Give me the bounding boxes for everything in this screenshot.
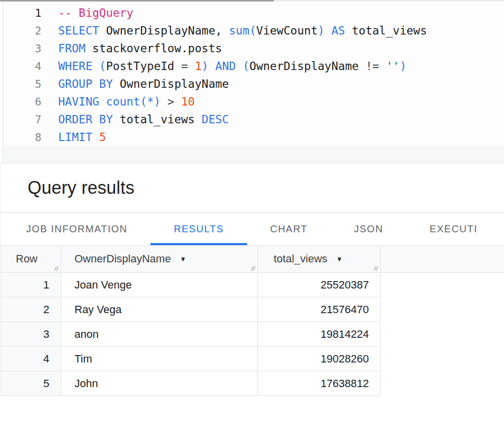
code-line[interactable]: 4WHERE (PostTypeId = 1) AND (OwnerDispla… <box>3 57 504 75</box>
line-number: 7 <box>3 113 41 126</box>
code-token: PostTypeId <box>106 60 181 72</box>
code-token: HAVING <box>58 95 106 108</box>
tab-results[interactable]: RESULTS <box>150 213 247 245</box>
total-views-cell: 19814224 <box>258 322 381 347</box>
line-number: 1 <box>3 7 41 19</box>
table-row: 1Joan Venge25520387 <box>0 273 381 297</box>
total-views-cell: 17638812 <box>258 371 381 396</box>
table-body: 1Joan Venge255203872Ray Vega215764703ano… <box>0 273 504 396</box>
code-token: DESC <box>202 113 229 126</box>
code-token: AND <box>216 60 243 72</box>
code-token: ) <box>399 60 406 72</box>
code-token: OwnerDisplayName <box>120 77 229 90</box>
editor-body[interactable]: 1-- BigQuery2SELECT OwnerDisplayName, su… <box>3 1 504 163</box>
code-text[interactable]: -- BigQuery <box>58 6 133 19</box>
row-number-cell: 1 <box>0 273 61 297</box>
table-row: 5John17638812 <box>0 371 381 396</box>
code-token: total_views <box>352 24 427 37</box>
code-line[interactable]: 6HAVING count(*) > 10 <box>3 93 504 110</box>
code-token: '' <box>386 60 400 72</box>
code-token: ORDER BY <box>58 113 120 126</box>
code-token: AS <box>331 24 352 37</box>
code-token: FROM <box>58 42 92 55</box>
results-table: RowOwnerDisplayName▼total_views▼ 1Joan V… <box>0 246 504 396</box>
code-line[interactable]: 7ORDER BY total_views DESC <box>3 110 504 128</box>
scrollbar-thumb[interactable] <box>0 0 274 1</box>
column-header-row[interactable]: Row <box>0 246 61 272</box>
code-text[interactable]: FROM stackoverflow.posts <box>58 42 222 55</box>
row-number-cell: 5 <box>0 371 61 396</box>
code-text[interactable]: SELECT OwnerDisplayName, sum(ViewCount) … <box>58 24 427 37</box>
code-token: ) <box>202 60 216 72</box>
code-token: ) <box>318 24 331 37</box>
code-text[interactable]: HAVING count(*) > 10 <box>58 95 195 108</box>
column-resize-handle-icon[interactable] <box>372 265 379 271</box>
owner-name-cell: John <box>61 371 258 396</box>
column-header-ownerdisplayname[interactable]: OwnerDisplayName▼ <box>61 246 258 272</box>
code-line[interactable]: 8LIMIT 5 <box>3 128 504 146</box>
table-header-filler <box>381 246 504 272</box>
table-row: 2Ray Vega21576470 <box>0 297 381 322</box>
code-line[interactable]: 1-- BigQuery <box>3 4 504 22</box>
owner-name-cell: Ray Vega <box>61 297 258 322</box>
code-token: ViewCount <box>256 24 318 37</box>
line-number: 8 <box>3 131 41 144</box>
code-token: OwnerDisplayName <box>250 60 365 72</box>
tab-executi[interactable]: EXECUTI <box>406 213 501 245</box>
code-line[interactable]: 3FROM stackoverflow.posts <box>3 39 504 57</box>
line-number: 4 <box>3 60 41 72</box>
table-header-row: RowOwnerDisplayName▼total_views▼ <box>0 246 504 273</box>
code-text[interactable]: LIMIT 5 <box>58 131 106 144</box>
column-resize-handle-icon[interactable] <box>53 265 59 271</box>
code-token: stackoverflow.posts <box>92 42 222 55</box>
code-lines[interactable]: 1-- BigQuery2SELECT OwnerDisplayName, su… <box>3 1 504 146</box>
column-dropdown-icon[interactable]: ▼ <box>336 255 343 263</box>
column-label: OwnerDisplayName <box>74 253 171 265</box>
row-number-cell: 2 <box>0 297 61 322</box>
line-number: 5 <box>3 78 41 90</box>
code-text[interactable]: GROUP BY OwnerDisplayName <box>58 77 229 90</box>
tab-chart[interactable]: CHART <box>247 213 331 245</box>
code-token: count(*) <box>106 95 168 108</box>
code-token: GROUP BY <box>58 77 120 90</box>
results-tabs: JOB INFORMATIONRESULTSCHARTJSONEXECUTI <box>0 213 504 246</box>
code-token: > <box>168 95 181 108</box>
tab-json[interactable]: JSON <box>331 213 406 245</box>
column-resize-handle-icon[interactable] <box>250 265 256 271</box>
line-number: 6 <box>3 96 41 108</box>
code-token: total_views <box>120 113 202 126</box>
code-token: ( <box>99 60 106 72</box>
code-line[interactable]: 5GROUP BY OwnerDisplayName <box>3 75 504 93</box>
total-views-cell: 21576470 <box>258 297 381 322</box>
owner-name-cell: Joan Venge <box>61 273 258 297</box>
owner-name-cell: anon <box>61 322 258 347</box>
line-number: 3 <box>3 42 41 55</box>
code-line[interactable]: 2SELECT OwnerDisplayName, sum(ViewCount)… <box>3 22 504 39</box>
column-label: Row <box>16 253 37 265</box>
query-results-header: Query results <box>0 163 504 213</box>
sql-editor[interactable]: 1-- BigQuery2SELECT OwnerDisplayName, su… <box>0 1 504 163</box>
code-token: sum( <box>229 24 256 37</box>
owner-name-cell: Tim <box>61 347 258 371</box>
code-token: LIMIT <box>58 131 99 144</box>
code-token: != <box>365 60 386 72</box>
code-token: SELECT <box>58 24 106 37</box>
code-token: WHERE <box>58 60 99 72</box>
code-text[interactable]: ORDER BY total_views DESC <box>58 113 229 126</box>
code-token: 10 <box>181 95 195 108</box>
editor-bottom-area <box>3 146 504 163</box>
row-number-cell: 4 <box>0 347 61 371</box>
code-token: -- BigQuery <box>58 6 133 19</box>
code-token: OwnerDisplayName, <box>106 24 229 37</box>
code-token: 1 <box>195 60 202 72</box>
page-title: Query results <box>28 178 135 198</box>
total-views-cell: 25520387 <box>258 273 381 297</box>
tab-job-information[interactable]: JOB INFORMATION <box>3 213 150 245</box>
code-token: ( <box>243 60 250 72</box>
code-text[interactable]: WHERE (PostTypeId = 1) AND (OwnerDisplay… <box>58 60 406 72</box>
editor-left-margin <box>0 1 3 163</box>
column-label: total_views <box>274 253 327 265</box>
column-header-total_views[interactable]: total_views▼ <box>258 246 381 272</box>
code-token: = <box>181 60 195 72</box>
column-dropdown-icon[interactable]: ▼ <box>180 255 186 263</box>
